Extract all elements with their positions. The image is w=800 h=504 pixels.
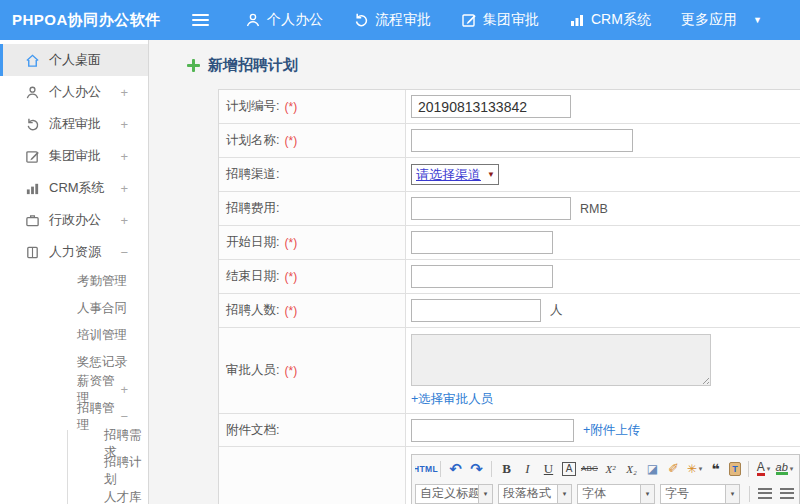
expand-icon[interactable]: + (120, 85, 128, 100)
select-approver-link[interactable]: +选择审批人员 (411, 391, 493, 408)
chart-icon (569, 12, 585, 28)
superscript-button[interactable]: X² (601, 459, 620, 479)
field-label-cell: 结束日期: (*) (219, 260, 406, 293)
select-value: 段落格式 (499, 485, 557, 502)
highlight-button[interactable]: ab ▾ (775, 459, 794, 479)
field-cell: +附件上传 (406, 414, 800, 446)
editor-toolbar-row-1: HTML ↶ ↷ B I U A ABC X² (415, 456, 796, 481)
chevron-down-icon: ▼ (487, 170, 495, 179)
sidebar-item-salary[interactable]: 薪资管理 + (0, 376, 148, 403)
collapse-icon[interactable]: − (120, 409, 128, 424)
field-cell (406, 90, 800, 123)
expand-icon[interactable]: + (120, 382, 128, 397)
sidebar-item-attendance[interactable]: 考勤管理 (0, 268, 148, 295)
required-mark: (*) (284, 100, 297, 114)
nav-label: 更多应用 (681, 11, 737, 29)
person-icon (25, 85, 40, 100)
sidebar-item-crm-system[interactable]: CRM系统 + (0, 172, 148, 204)
toolbar-divider (440, 461, 441, 477)
format-brush-button[interactable]: ✐ (664, 459, 683, 479)
menu-icon[interactable] (192, 11, 209, 29)
expand-icon[interactable]: + (120, 149, 128, 164)
sidebar-item-process-approval[interactable]: 流程审批 + (0, 108, 148, 140)
underline-button[interactable]: U (539, 459, 558, 479)
field-label: 计划名称: (226, 132, 279, 149)
paragraph-format-select[interactable]: 段落格式 ▾ (498, 484, 572, 504)
edit-icon (25, 149, 40, 164)
sidebar-item-reward-punishment[interactable]: 奖惩记录 (0, 349, 148, 376)
end-date-input[interactable] (411, 265, 553, 288)
align-left-icon[interactable] (758, 488, 772, 499)
nav-group-approval[interactable]: 集团审批 (461, 11, 539, 29)
strikethrough-button[interactable]: ABC (580, 459, 599, 479)
plan-number-input[interactable] (411, 95, 571, 118)
recruitment-submenu: 招聘需求 招聘计划 人才库 (67, 430, 148, 504)
italic-button[interactable]: I (518, 459, 537, 479)
cost-input[interactable] (411, 197, 571, 220)
autotypeset-icon: ✳ (687, 462, 697, 476)
custom-title-select[interactable]: 自定义标题 ▾ (415, 484, 493, 504)
sidebar-item-admin-office[interactable]: 行政办公 + (0, 204, 148, 236)
headcount-input[interactable] (411, 299, 541, 322)
nav-process-approval[interactable]: 流程审批 (353, 11, 431, 29)
font-family-select[interactable]: 字体 ▾ (577, 484, 655, 504)
channel-select[interactable]: 请选择渠道 ▼ (411, 164, 499, 185)
sidebar-item-label: 奖惩记录 (77, 354, 127, 371)
sidebar-item-hr-contract[interactable]: 人事合同 (0, 295, 148, 322)
edit-icon (461, 12, 477, 28)
nav-label: 个人办公 (267, 11, 323, 29)
sidebar-item-personal-desktop[interactable]: 个人桌面 (0, 44, 148, 76)
undo-button[interactable]: ↶ (446, 459, 465, 479)
sidebar-item-personal-office[interactable]: 个人办公 + (0, 76, 148, 108)
font-color-button[interactable]: A ▾ (754, 459, 773, 479)
expand-icon[interactable]: + (120, 213, 128, 228)
briefcase-icon (25, 213, 40, 228)
redo-button[interactable]: ↷ (467, 459, 486, 479)
highlight-icon: ab (776, 462, 788, 475)
font-size-select[interactable]: 字号 ▾ (660, 484, 740, 504)
chevron-down-icon: ▾ (640, 485, 654, 503)
top-navigation: 个人办公 流程审批 集团审批 CRM系统 更多应用 (245, 11, 792, 29)
char-border-button[interactable]: A (562, 462, 576, 476)
collapse-icon[interactable]: − (120, 245, 128, 260)
plan-name-input[interactable] (411, 129, 633, 152)
field-cell (406, 260, 800, 293)
nav-label: CRM系统 (591, 11, 651, 29)
align-center-icon[interactable] (780, 488, 794, 499)
html-source-button[interactable]: HTML (416, 459, 435, 479)
paste-text-button[interactable]: T (729, 462, 741, 476)
sidebar-item-group-approval[interactable]: 集团审批 + (0, 140, 148, 172)
expand-icon[interactable]: + (120, 181, 128, 196)
table-row: 开始日期: (*) (219, 226, 800, 260)
remove-format-button[interactable]: ◪ (643, 459, 662, 479)
sidebar-item-label: 行政办公 (49, 211, 101, 229)
attachment-upload-link[interactable]: +附件上传 (583, 422, 640, 439)
nav-more-apps[interactable]: 更多应用 ▼ (681, 11, 762, 29)
bold-button[interactable]: B (497, 459, 516, 479)
field-cell: +选择审批人员 (406, 328, 800, 413)
currency-suffix: RMB (580, 202, 608, 216)
sidebar-item-label: 集团审批 (49, 147, 101, 165)
start-date-input[interactable] (411, 231, 553, 254)
sidebar-item-training[interactable]: 培训管理 (0, 322, 148, 349)
field-label: 计划编号: (226, 98, 279, 115)
subscript-button[interactable]: X₂ (622, 459, 641, 479)
sidebar-item-human-resources[interactable]: 人力资源 − (0, 236, 148, 268)
attachment-input[interactable] (411, 419, 574, 442)
approver-textarea[interactable] (411, 334, 711, 386)
field-label-cell: 附件文档: (219, 414, 406, 446)
nav-crm-system[interactable]: CRM系统 (569, 11, 651, 29)
topbar: PHPOA协同办公软件 个人办公 流程审批 集团审批 (0, 0, 800, 40)
sidebar-item-label: 个人桌面 (49, 51, 101, 69)
sidebar-item-recruit-plan[interactable]: 招聘计划 (68, 457, 148, 484)
autotypeset-button[interactable]: ✳ ▾ (685, 459, 704, 479)
recruit-plan-form: 计划编号: (*) 计划名称: (*) 招聘 (218, 89, 800, 504)
expand-icon[interactable]: + (120, 117, 128, 132)
blockquote-button[interactable]: ❝ (706, 459, 725, 479)
field-label: 开始日期: (226, 234, 279, 251)
nav-personal-office[interactable]: 个人办公 (245, 11, 323, 29)
editor-toolbar: HTML ↶ ↷ B I U A ABC X² (412, 455, 799, 504)
select-value: 请选择渠道 (416, 166, 481, 184)
sidebar: 个人桌面 个人办公 + 流程审批 + 集团审批 + (0, 40, 149, 504)
book-icon (25, 245, 40, 260)
